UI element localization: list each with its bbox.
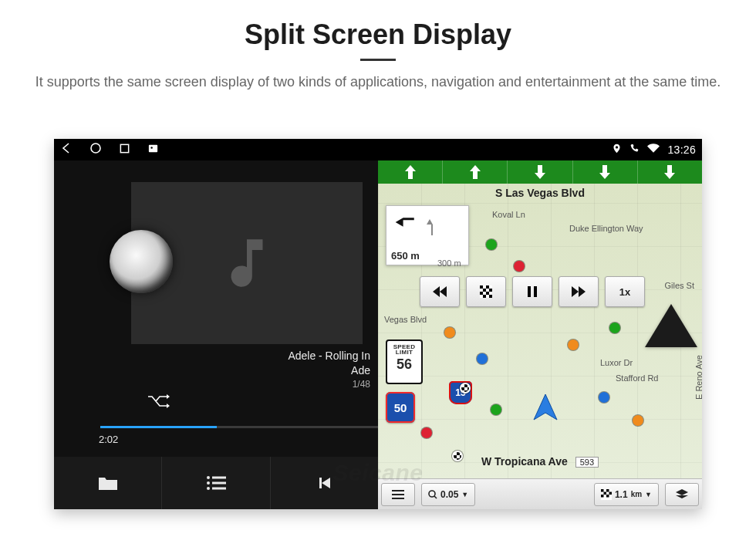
poi-pin[interactable] [444,327,455,338]
playback-timeline[interactable]: 2:02 [100,426,378,428]
music-pane: Adele - Rolling In Ade 1/48 2:02 [54,160,378,509]
poi-pin[interactable] [609,323,620,333]
lane-arrow [508,160,572,184]
layers-icon [676,489,688,500]
svg-point-6 [207,481,210,485]
list-icon [206,475,226,491]
recents-icon[interactable] [119,143,130,157]
svg-rect-12 [534,286,537,297]
map-bottom-bar: 0.05 ▼ 1.1 km ▼ [378,478,702,509]
road-label: Vegas Blvd [384,315,427,324]
svg-rect-13 [392,490,404,491]
svg-rect-2 [149,144,157,151]
page: Split Screen Display It supports the sam… [0,0,756,537]
turn-distance-unit: m [410,250,420,262]
next-street-name: W Tropicana Ave [481,455,568,468]
wifi-icon [647,143,660,157]
screenshot-icon[interactable] [147,143,159,157]
location-icon [612,143,622,157]
distance-unit: km [631,490,642,498]
svg-rect-11 [528,286,531,297]
home-icon[interactable] [89,142,102,157]
checkered-flag-icon [601,489,612,500]
navigation-pane[interactable]: S Las Vegas Blvd 300 m 650 m 1x S [378,160,702,509]
shuffle-button[interactable] [147,392,170,414]
pause-button[interactable] [512,276,552,307]
svg-point-4 [207,476,210,479]
forward-icon [572,286,586,297]
turn-right-small-icon [422,217,437,235]
svg-point-16 [429,491,435,497]
svg-rect-1 [120,144,128,152]
speed-limit-label2: LIMIT [387,349,421,356]
lane-arrow [573,160,638,184]
poi-pin[interactable] [477,353,488,364]
distance-value: 1.1 [615,489,628,500]
nav-buttons [60,142,159,157]
poi-pin[interactable] [514,261,525,272]
lane-arrow [638,160,702,184]
previous-button[interactable] [271,457,378,509]
pause-icon [528,286,537,297]
page-title: Split Screen Display [0,0,756,51]
svg-point-8 [207,487,210,490]
lane-arrow [443,160,508,184]
page-subtext: It supports the same screen display of t… [0,72,756,106]
route-number: 50 [394,401,407,414]
forward-button[interactable] [559,276,599,307]
poi-pin[interactable] [491,404,501,415]
map-media-controls: 1x [420,276,645,307]
device-screenshot: 13:26 Adele - Rolling In Ade 1/48 2:02 [54,139,702,509]
turn-left-icon [391,209,417,235]
svg-rect-14 [392,494,404,495]
layers-button[interactable] [665,483,699,506]
next-street: W Tropicana Ave 593 [378,455,702,468]
destination-button[interactable] [466,276,506,307]
speed-button[interactable]: 1x [605,276,645,307]
rewind-button[interactable] [420,276,460,307]
pyramid-landmark [645,304,697,347]
menu-button[interactable] [381,483,415,506]
distance-remaining[interactable]: 1.1 km ▼ [594,483,659,506]
svg-rect-15 [392,498,404,499]
road-label: Stafford Rd [616,373,658,383]
poi-pin[interactable] [486,239,497,250]
poi-pin[interactable] [421,427,432,438]
track-artist: Ade [288,363,370,378]
music-note-icon [215,231,278,295]
lane-guidance [378,160,702,184]
turn-instruction: 300 m 650 m [386,205,469,265]
poi-pin[interactable] [599,392,609,403]
joystick-icon[interactable] [110,230,173,293]
folder-icon [97,475,119,491]
zoom-value: 0.05 [440,489,458,500]
prev-track-icon [315,474,333,492]
queue-position: 1/48 [288,378,370,390]
svg-rect-9 [212,488,226,490]
playback-speed: 1x [619,286,630,298]
poi-pin[interactable] [568,339,579,350]
road-label: Luxor Dr [600,358,633,367]
checkered-flag-icon [480,285,492,298]
street-tag: 593 [575,457,599,468]
magnifier-icon [428,490,437,499]
rewind-icon [433,286,447,297]
checkpoint-pin[interactable] [460,383,471,393]
playlist-button[interactable] [162,457,270,509]
back-icon[interactable] [60,142,73,157]
hamburger-icon [392,490,404,499]
svg-point-3 [150,147,152,148]
poi-pin[interactable] [633,415,643,426]
status-clock: 13:26 [667,144,696,156]
road-label: Duke Ellington Way [569,224,643,233]
speed-limit-sign: SPEED LIMIT 56 [386,339,423,384]
road-label: Koval Ln [492,210,525,219]
zoom-level[interactable]: 0.05 ▼ [421,483,475,506]
next-turn-distance: 300 m [437,258,461,268]
track-info: Adele - Rolling In Ade 1/48 [288,349,370,390]
track-title: Adele - Rolling In [288,349,370,363]
current-street: S Las Vegas Blvd [378,187,702,199]
title-underline [360,59,396,61]
browse-button[interactable] [54,457,162,509]
svg-point-0 [91,144,100,153]
